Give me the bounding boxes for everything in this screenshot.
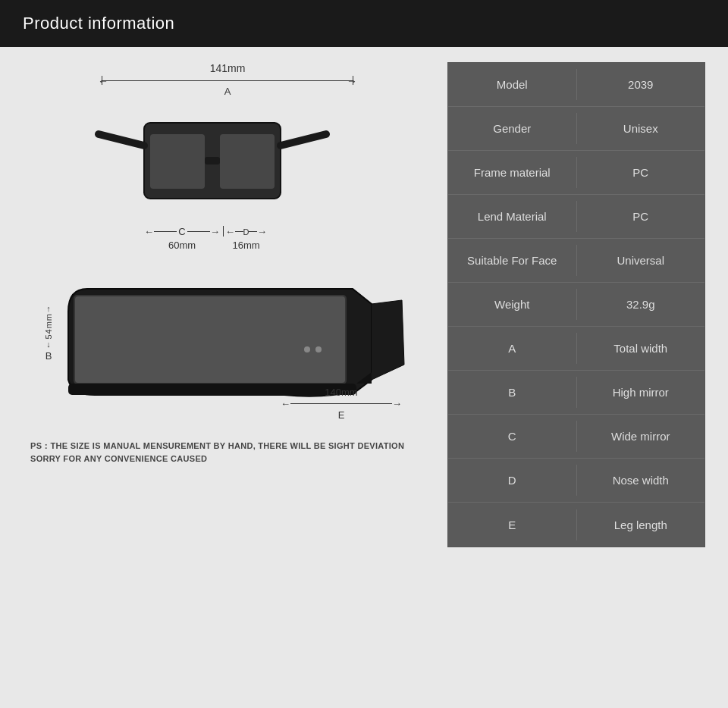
table-key: B [448, 377, 577, 408]
top-diagram: 141mm ← → A [83, 62, 372, 251]
svg-line-4 [99, 134, 144, 146]
table-value: Universal [577, 245, 705, 276]
table-value: 32.9g [577, 289, 705, 320]
side-diagram: ↑ 54mm ↓ B [30, 266, 425, 428]
dim-a-letter: A [83, 86, 372, 97]
svg-point-9 [315, 346, 322, 352]
table-value: Total width [577, 333, 705, 364]
page-title: Product information [23, 14, 174, 33]
svg-rect-3 [205, 157, 220, 164]
table-row: Model2039 [448, 63, 704, 107]
table-value: PC [577, 201, 705, 232]
page-header: Product information [0, 0, 728, 47]
table-key: Weight [448, 289, 577, 320]
svg-rect-1 [150, 134, 205, 189]
svg-line-5 [281, 134, 326, 146]
table-key: E [448, 509, 577, 540]
table-row: ELeg length [448, 503, 704, 547]
table-row: Lend MaterialPC [448, 195, 704, 239]
table-row: Suitable For FaceUniversal [448, 239, 704, 283]
dim-141mm-label: 141mm [83, 62, 372, 74]
dim-e-value: 140mm [325, 387, 357, 398]
table-row: BHigh mirror [448, 371, 704, 415]
table-value: 2039 [577, 69, 705, 100]
table-row: Frame materialPC [448, 151, 704, 195]
table-key: Frame material [448, 157, 577, 188]
ps-note: PS：THE SIZE IS MANUAL MENSUREMENT BY HAN… [30, 440, 425, 465]
table-value: Nose width [577, 465, 705, 496]
table-key: D [448, 465, 577, 496]
table-value: Leg length [577, 509, 705, 540]
table-row: ATotal width [448, 327, 704, 371]
table-key: C [448, 421, 577, 452]
dim-e-section: 140mm ← → E [281, 387, 402, 421]
table-row: CWide mirror [448, 415, 704, 459]
table-key: Model [448, 69, 577, 100]
dim-e-letter: E [338, 409, 345, 421]
svg-rect-2 [220, 134, 275, 189]
table-row: DNose width [448, 459, 704, 503]
table-key: A [448, 333, 577, 364]
dim-b-label: 54mm [44, 313, 53, 340]
dim-b-section: ↑ 54mm ↓ B [44, 304, 53, 362]
table-value: PC [577, 157, 705, 188]
table-value: Wide mirror [577, 421, 705, 452]
main-content: 141mm ← → A [0, 47, 728, 705]
table-row: Weight32.9g [448, 283, 704, 327]
dim-b-letter: B [46, 350, 52, 362]
info-table: Model2039GenderUnisexFrame materialPCLen… [447, 62, 705, 547]
table-value: Unisex [577, 113, 705, 144]
glasses-top-svg [83, 100, 341, 221]
cd-dim-row: ← C → 60mm ← D [83, 226, 372, 251]
svg-rect-7 [75, 296, 345, 383]
dim-d-value: 16mm [232, 240, 259, 251]
dim-a-arrow-row: ← → [83, 76, 372, 85]
table-key: Lend Material [448, 201, 577, 232]
svg-point-8 [304, 346, 310, 352]
left-panel: 141mm ← → A [23, 62, 432, 690]
dim-c-value: 60mm [168, 240, 196, 251]
table-key: Gender [448, 113, 577, 144]
right-panel: Model2039GenderUnisexFrame materialPCLen… [447, 62, 705, 690]
table-key: Suitable For Face [448, 245, 577, 276]
table-row: GenderUnisex [448, 107, 704, 151]
table-value: High mirror [577, 377, 705, 408]
